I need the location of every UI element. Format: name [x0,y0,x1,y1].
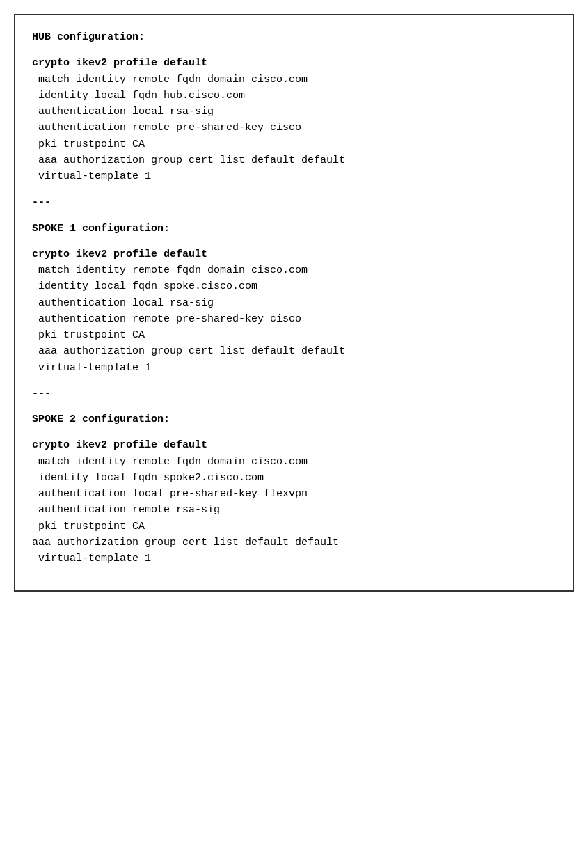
code-line: virtual-template 1 [32,360,556,376]
code-container: HUB configuration:crypto ikev2 profile d… [14,14,574,592]
code-line: crypto ikev2 profile default [32,437,556,453]
code-line: authentication local rsa-sig [32,104,556,120]
code-line: authentication remote rsa-sig [32,502,556,518]
separator: --- [32,386,556,402]
code-line: aaa authorization group cert list defaul… [32,535,556,551]
code-block-hub: crypto ikev2 profile default match ident… [32,55,556,184]
code-line: pki trustpoint CA [32,136,556,152]
code-line: virtual-template 1 [32,551,556,567]
code-line: match identity remote fqdn domain cisco.… [32,262,556,278]
code-line: identity local fqdn hub.cisco.com [32,88,556,104]
code-line: aaa authorization group cert list defaul… [32,152,556,168]
code-block-spoke1: crypto ikev2 profile default match ident… [32,246,556,376]
code-line: aaa authorization group cert list defaul… [32,343,556,359]
code-block-spoke2: crypto ikev2 profile default match ident… [32,437,556,567]
code-line: authentication local pre-shared-key flex… [32,486,556,502]
code-line: match identity remote fqdn domain cisco.… [32,72,556,88]
code-line: identity local fqdn spoke.cisco.com [32,278,556,294]
separator: --- [32,194,556,210]
section-title-hub: HUB configuration: [32,29,556,45]
code-line: authentication remote pre-shared-key cis… [32,120,556,136]
code-line: match identity remote fqdn domain cisco.… [32,454,556,470]
code-line: authentication remote pre-shared-key cis… [32,311,556,327]
section-title-spoke2: SPOKE 2 configuration: [32,411,556,427]
code-line: virtual-template 1 [32,168,556,184]
code-line: crypto ikev2 profile default [32,55,556,71]
code-line: pki trustpoint CA [32,519,556,535]
code-line: authentication local rsa-sig [32,295,556,311]
code-line: crypto ikev2 profile default [32,246,556,262]
code-line: pki trustpoint CA [32,327,556,343]
section-title-spoke1: SPOKE 1 configuration: [32,221,556,237]
code-line: identity local fqdn spoke2.cisco.com [32,470,556,486]
